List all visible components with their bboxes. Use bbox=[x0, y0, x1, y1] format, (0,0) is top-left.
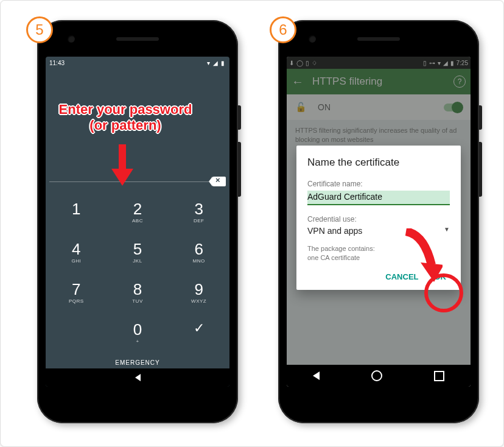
keypad-5[interactable]: 5JKL bbox=[107, 233, 169, 273]
signal-icon: ◢ bbox=[212, 60, 219, 66]
credential-use-value: VPN and apps bbox=[307, 226, 362, 236]
keypad-submit[interactable]: ✓ bbox=[168, 313, 229, 353]
status-bar: 11:43 ▾ ◢ ▮ bbox=[46, 57, 229, 69]
backspace-icon[interactable] bbox=[212, 177, 226, 186]
phone-camera bbox=[68, 35, 75, 43]
keypad-1[interactable]: 1 bbox=[46, 192, 107, 233]
keypad-4[interactable]: 4GHI bbox=[46, 233, 107, 273]
annotation-arrow-icon bbox=[110, 144, 135, 187]
phone-speaker bbox=[116, 37, 159, 41]
pin-keypad: 1 2ABC 3DEF 4GHI 5JKL 6MNO 7PQRS 8TUV 9W… bbox=[46, 192, 229, 353]
dialog-title: Name the certificate bbox=[307, 157, 450, 169]
phone-power-button bbox=[479, 105, 482, 130]
battery-icon: ▮ bbox=[220, 60, 226, 66]
emergency-button[interactable]: EMERGENCY bbox=[46, 353, 229, 368]
nav-back-icon[interactable] bbox=[313, 371, 320, 380]
cert-name-input[interactable] bbox=[307, 191, 450, 205]
phone-volume-button bbox=[479, 142, 482, 197]
nav-bar bbox=[287, 365, 471, 387]
phone-speaker bbox=[357, 37, 400, 41]
step-badge-5: 5 bbox=[26, 16, 53, 43]
chevron-down-icon: ▼ bbox=[444, 226, 450, 236]
phone-volume-button bbox=[238, 142, 241, 197]
annotation-text: Enter your password (or pattern) bbox=[54, 102, 197, 134]
nav-back-icon[interactable] bbox=[135, 374, 141, 381]
keypad-blank bbox=[46, 313, 107, 353]
step-badge-6: 6 bbox=[270, 16, 296, 43]
step-number: 5 bbox=[35, 21, 43, 38]
nav-bar bbox=[46, 368, 229, 387]
svg-rect-0 bbox=[119, 144, 126, 170]
nav-home-icon[interactable] bbox=[371, 370, 382, 381]
keypad-9[interactable]: 9WXYZ bbox=[168, 273, 229, 313]
keypad-0[interactable]: 0+ bbox=[107, 313, 169, 353]
step-number: 6 bbox=[279, 21, 287, 38]
keypad-2[interactable]: 2ABC bbox=[107, 192, 169, 233]
nav-recent-icon[interactable] bbox=[434, 371, 444, 381]
phone-frame-step5: 11:43 ▾ ◢ ▮ 1 2ABC 3DEF 4GHI 5JKL bbox=[37, 20, 238, 423]
keypad-6[interactable]: 6MNO bbox=[168, 233, 229, 273]
status-time: 11:43 bbox=[49, 60, 65, 66]
credential-use-label: Credential use: bbox=[307, 215, 450, 224]
svg-marker-1 bbox=[111, 169, 133, 186]
cert-name-label: Certificate name: bbox=[307, 180, 450, 188]
keypad-8[interactable]: 8TUV bbox=[107, 273, 169, 313]
keypad-7[interactable]: 7PQRS bbox=[46, 273, 107, 313]
phone-camera bbox=[309, 35, 316, 43]
keypad-3[interactable]: 3DEF bbox=[168, 192, 229, 233]
phone-frame-step6: ⬇ ◯ ▯ ♢ ▯ ⊶ ▾ ◢ ▮ 7:25 ← HTTPS filtering… bbox=[278, 20, 479, 423]
annotation-circle bbox=[424, 273, 463, 312]
wifi-icon: ▾ bbox=[205, 60, 211, 66]
phone-power-button bbox=[238, 105, 241, 130]
